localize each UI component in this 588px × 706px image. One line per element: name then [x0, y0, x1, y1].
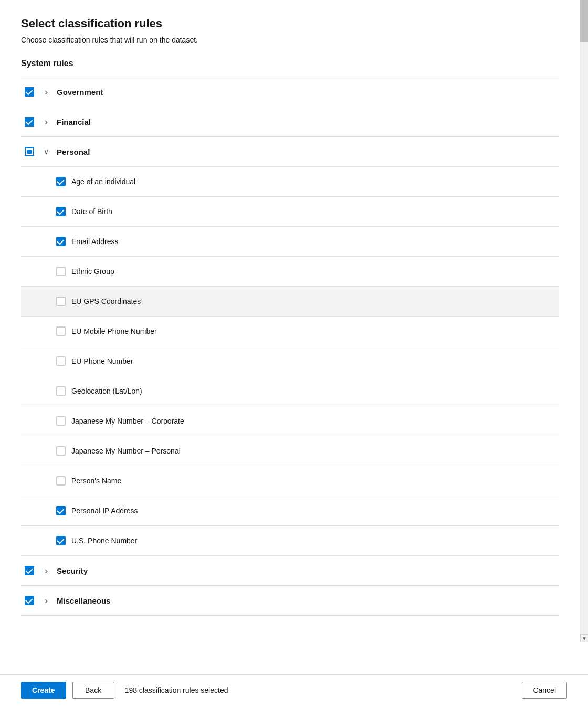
label-eu-mobile: EU Mobile Phone Number	[71, 327, 157, 335]
checkbox-us-phone-box[interactable]	[56, 536, 66, 545]
page-subtitle: Choose classification rules that will ru…	[21, 36, 567, 44]
chevron-security-icon[interactable]	[40, 564, 52, 577]
label-ethnic-group: Ethnic Group	[71, 267, 114, 276]
checkbox-eu-phone-box[interactable]	[56, 356, 66, 366]
checkbox-security-box[interactable]	[25, 566, 34, 575]
page-title: Select classification rules	[21, 17, 567, 30]
checkbox-geolocation-box[interactable]	[56, 386, 66, 396]
rule-item-date-of-birth[interactable]: Date of Birth	[21, 197, 559, 227]
label-personal-ip: Personal IP Address	[71, 507, 138, 515]
scrollbar-thumb[interactable]	[580, 0, 588, 42]
checkbox-persons-name-box[interactable]	[56, 476, 66, 486]
rule-item-eu-gps[interactable]: EU GPS Coordinates	[21, 287, 559, 317]
checkbox-age-individual-box[interactable]	[56, 177, 66, 186]
checkbox-japanese-corporate-box[interactable]	[56, 416, 66, 426]
label-date-of-birth: Date of Birth	[71, 207, 112, 216]
label-japanese-corporate: Japanese My Number – Corporate	[71, 417, 184, 425]
rule-item-personal[interactable]: Personal	[21, 137, 559, 167]
rule-item-government[interactable]: Government	[21, 77, 559, 107]
rule-item-ethnic-group[interactable]: Ethnic Group	[21, 257, 559, 287]
checkbox-personal-ip-box[interactable]	[56, 506, 66, 515]
checkbox-government-box[interactable]	[25, 87, 34, 97]
rule-item-personal-ip[interactable]: Personal IP Address	[21, 496, 559, 526]
label-age-individual: Age of an individual	[71, 177, 135, 186]
checkbox-government[interactable]	[21, 83, 38, 100]
rule-item-japanese-corporate[interactable]: Japanese My Number – Corporate	[21, 406, 559, 436]
rule-item-email-address[interactable]: Email Address	[21, 227, 559, 257]
rule-item-geolocation[interactable]: Geolocation (Lat/Lon)	[21, 376, 559, 406]
label-government: Government	[57, 88, 103, 97]
checkbox-japanese-personal[interactable]	[52, 442, 69, 459]
label-persons-name: Person's Name	[71, 477, 121, 485]
chevron-personal-icon[interactable]	[40, 145, 52, 158]
checkbox-eu-mobile-box[interactable]	[56, 326, 66, 336]
checkbox-date-of-birth-box[interactable]	[56, 207, 66, 216]
label-japanese-personal: Japanese My Number – Personal	[71, 447, 181, 455]
checkbox-age-individual[interactable]	[52, 173, 69, 190]
checkbox-ethnic-group-box[interactable]	[56, 267, 66, 276]
scrollbar[interactable]: ▲ ▼	[580, 0, 588, 642]
checkbox-personal[interactable]	[21, 143, 38, 160]
checkbox-persons-name[interactable]	[52, 472, 69, 489]
checkbox-geolocation[interactable]	[52, 383, 69, 399]
rule-item-persons-name[interactable]: Person's Name	[21, 466, 559, 496]
checkbox-miscellaneous-box[interactable]	[25, 596, 34, 605]
label-financial: Financial	[57, 118, 91, 127]
checkbox-japanese-personal-box[interactable]	[56, 446, 66, 456]
label-miscellaneous: Miscellaneous	[57, 596, 111, 605]
checkbox-email-address-box[interactable]	[56, 237, 66, 246]
label-geolocation: Geolocation (Lat/Lon)	[71, 387, 142, 395]
chevron-financial-icon[interactable]	[40, 115, 52, 128]
footer: Create Back 198 classification rules sel…	[0, 674, 588, 706]
checkbox-financial-box[interactable]	[25, 117, 34, 127]
cancel-button[interactable]: Cancel	[522, 682, 567, 699]
checkbox-eu-phone[interactable]	[52, 353, 69, 370]
checkbox-personal-box[interactable]	[25, 147, 34, 156]
label-security: Security	[57, 566, 88, 575]
label-email-address: Email Address	[71, 237, 118, 246]
label-eu-gps: EU GPS Coordinates	[71, 297, 141, 305]
rule-item-japanese-personal[interactable]: Japanese My Number – Personal	[21, 436, 559, 466]
checkbox-miscellaneous[interactable]	[21, 592, 38, 609]
rule-item-age-individual[interactable]: Age of an individual	[21, 167, 559, 197]
checkbox-financial[interactable]	[21, 113, 38, 130]
chevron-government-icon[interactable]	[40, 86, 52, 98]
checkbox-ethnic-group[interactable]	[52, 263, 69, 280]
rule-list: Government Financial Personal	[21, 77, 559, 616]
label-us-phone: U.S. Phone Number	[71, 536, 137, 545]
rule-item-security[interactable]: Security	[21, 556, 559, 586]
label-eu-phone: EU Phone Number	[71, 357, 133, 365]
checkbox-us-phone[interactable]	[52, 532, 69, 549]
rule-item-financial[interactable]: Financial	[21, 107, 559, 137]
chevron-miscellaneous-icon[interactable]	[40, 594, 52, 607]
rule-item-eu-phone[interactable]: EU Phone Number	[21, 346, 559, 376]
label-personal: Personal	[57, 147, 90, 156]
back-button[interactable]: Back	[72, 682, 114, 699]
checkbox-eu-gps[interactable]	[52, 293, 69, 310]
status-text: 198 classification rules selected	[125, 686, 228, 694]
scroll-down-button[interactable]: ▼	[580, 634, 588, 642]
checkbox-eu-mobile[interactable]	[52, 323, 69, 340]
create-button[interactable]: Create	[21, 682, 66, 699]
checkbox-personal-ip[interactable]	[52, 502, 69, 519]
rule-item-us-phone[interactable]: U.S. Phone Number	[21, 526, 559, 556]
checkbox-japanese-corporate[interactable]	[52, 413, 69, 429]
checkbox-date-of-birth[interactable]	[52, 203, 69, 220]
checkbox-security[interactable]	[21, 562, 38, 579]
section-title-system-rules: System rules	[21, 59, 567, 68]
checkbox-eu-gps-box[interactable]	[56, 297, 66, 306]
checkbox-email-address[interactable]	[52, 233, 69, 250]
rule-item-miscellaneous[interactable]: Miscellaneous	[21, 586, 559, 616]
rule-item-eu-mobile[interactable]: EU Mobile Phone Number	[21, 317, 559, 346]
